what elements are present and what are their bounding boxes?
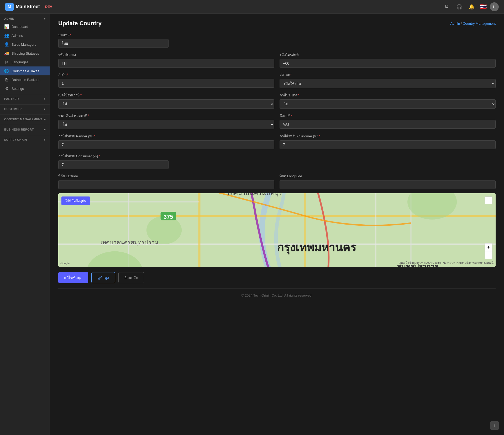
edit-button[interactable]: แก้ไขข้อมูล (58, 272, 88, 283)
country-input[interactable] (58, 39, 169, 48)
sidebar-label-settings: Settings (12, 87, 24, 91)
sidebar-item-languages[interactable]: 🏳 Languages (0, 58, 50, 66)
tax-enabled-group: เปิดใช้งานภาษี* ไม่ ใช่ (58, 92, 274, 109)
tax-enabled-select[interactable]: ไม่ ใช่ (58, 99, 274, 109)
country-code-label: รหัสประเทศ (58, 52, 274, 58)
phone-code-input[interactable] (280, 59, 496, 68)
map-svg: นครปฐม นนทบุรี เทศบาลนครปากเกร็ด เทศบาลน… (58, 193, 496, 267)
status-select[interactable]: เปิดใช้งาน ปิดใช้งาน (280, 79, 496, 88)
sidebar-partner-section[interactable]: PARTNER ▸ (0, 94, 50, 103)
form-body: ประเทศ* รหัสประเทศ รหัสโทรศัพท์ ลำดับ* (58, 32, 496, 283)
product-price-select[interactable]: ไม่ ใช่ (58, 120, 274, 129)
main-content: Update Country Admin / Country Managemen… (50, 14, 504, 435)
consumer-tax-label: ภาษีสำหรับ Consumer (%)* (58, 153, 169, 159)
sidebar-item-shipping-statuses[interactable]: 🚚 Shipping Statuses (0, 49, 50, 58)
sidebar-admin-section[interactable]: ADMIN ▾ (0, 14, 50, 22)
country-code-input[interactable] (58, 59, 274, 68)
breadcrumb: Admin / Country Management (450, 22, 496, 25)
consumer-tax-group: ภาษีสำหรับ Consumer (%)* (58, 153, 169, 169)
sidebar-item-admins[interactable]: 👥 Admins (0, 31, 50, 40)
customer-tax-input[interactable] (280, 140, 496, 149)
product-price-label: ราคาสินค้ารวมภาษี* (58, 113, 274, 118)
languages-icon: 🏳 (4, 60, 9, 64)
svg-text:เทศบาลนครสมุทรปราม: เทศบาลนครสมุทรปราม (101, 239, 158, 246)
back-button[interactable]: ย้อนกลับ (118, 272, 144, 283)
status-group: สถานะ* เปิดใช้งาน ปิดใช้งาน (280, 72, 496, 88)
country-code-group: รหัสประเทศ (58, 52, 274, 68)
breadcrumb-admin-link[interactable]: Admin (450, 22, 460, 25)
page-title: Update Country (58, 20, 102, 27)
longitude-label: พิกัด Longitude (280, 173, 496, 179)
sidebar-item-dashboard[interactable]: 📊 Dashboard (0, 22, 50, 31)
order-label: ลำดับ* (58, 72, 274, 77)
order-input[interactable] (58, 79, 274, 88)
tax-name-label: ชื่อภาษี* (280, 113, 496, 118)
tax-enabled-label: เปิดใช้งานภาษี* (58, 92, 274, 98)
chevron-down-icon: ▾ (44, 17, 46, 20)
sidebar-item-countries-taxes[interactable]: 🌐 Countries & Taxes (0, 66, 50, 75)
sidebar-supply-section[interactable]: SUPPLY CHAIN ▸ (0, 135, 50, 144)
language-flag-icon[interactable]: 🇹🇭 (480, 3, 487, 10)
map-container: นครปฐม นนทบุรี เทศบาลนครปากเกร็ด เทศบาลน… (58, 193, 496, 267)
sidebar-label-languages: Languages (12, 60, 28, 64)
sidebar-business-section[interactable]: BUSINESS REPORT ▸ (0, 125, 50, 134)
map-fullscreen-button[interactable]: ⛶ (485, 196, 492, 204)
order-group: ลำดับ* (58, 72, 274, 88)
fullscreen-icon: ⛶ (487, 198, 490, 203)
country-row: ประเทศ* (58, 32, 496, 48)
customer-tax-group: ภาษีสำหรับ Customer (%)* (280, 133, 496, 149)
country-tax-group: ภาษีประเทศ* ไม่ ใช่ (280, 92, 496, 109)
sidebar-customer-section[interactable]: CUSTOMER ▸ (0, 104, 50, 113)
headset-icon[interactable]: 🎧 (454, 2, 464, 12)
sidebar-label-dashboard: Dashboard (12, 25, 28, 29)
chevron-right-icon-business: ▸ (44, 128, 46, 131)
scroll-to-top-button[interactable]: ↑ (490, 421, 499, 430)
sidebar-label-db: Database Backups (12, 78, 40, 82)
sidebar-label-shipping: Shipping Statuses (12, 51, 39, 55)
avatar[interactable]: U (490, 2, 499, 11)
settings-icon: ⚙ (4, 86, 9, 91)
country-tax-select[interactable]: ไม่ ใช่ (280, 99, 496, 109)
footer: © 2024 Tech Origin Co. Ltd. All rights r… (58, 288, 496, 302)
phone-code-label: รหัสโทรศัพท์ (280, 52, 496, 58)
chevron-right-icon-customer: ▸ (44, 107, 46, 111)
order-status-row: ลำดับ* สถานะ* เปิดใช้งาน ปิดใช้งาน (58, 72, 496, 88)
tax-name-input[interactable] (280, 120, 496, 129)
country-tax-label: ภาษีประเทศ* (280, 92, 496, 98)
sidebar-item-sales-managers[interactable]: 👤 Sales Managers (0, 40, 50, 49)
tax-row: เปิดใช้งานภาษี* ไม่ ใช่ ภาษีประเทศ* ไม่ … (58, 92, 496, 109)
chevron-right-icon-supply: ▸ (44, 138, 46, 142)
sidebar-item-database-backups[interactable]: 🗄 Database Backups (0, 75, 50, 84)
coordinates-row: พิกัด Latitude พิกัด Longitude (58, 173, 496, 189)
view-button[interactable]: ดูข้อมูล (91, 272, 115, 283)
consumer-tax-input[interactable] (58, 160, 169, 169)
form-actions: แก้ไขข้อมูล ดูข้อมูล ย้อนกลับ (58, 272, 496, 283)
footer-text: © 2024 Tech Origin Co. Ltd. All rights r… (242, 293, 313, 297)
partner-tax-group: ภาษีสำหรับ Partner (%)* (58, 133, 274, 149)
map-zoom-in-button[interactable]: + (485, 243, 492, 251)
use-location-button[interactable]: ใช้พิกัดปัจจุบัน (61, 196, 90, 205)
longitude-group: พิกัด Longitude (280, 173, 496, 189)
country-group: ประเทศ* (58, 32, 169, 48)
phone-code-group: รหัสโทรศัพท์ (280, 52, 496, 68)
map-zoom-controls: + − (485, 243, 492, 259)
sidebar-label-countries: Countries & Taxes (12, 69, 39, 73)
admins-icon: 👥 (4, 33, 9, 38)
latitude-input[interactable] (58, 180, 274, 189)
partner-customer-tax-row: ภาษีสำหรับ Partner (%)* ภาษีสำหรับ Custo… (58, 133, 496, 149)
logo[interactable]: M MainStreet (5, 3, 40, 11)
sidebar-item-settings[interactable]: ⚙ Settings (0, 84, 50, 93)
partner-tax-input[interactable] (58, 140, 274, 149)
sidebar-content-section[interactable]: CONTENT MANAGEMENT ▸ (0, 115, 50, 124)
topnav: M MainStreet DEV 🖥 🎧 🔔 🇹🇭 U (0, 0, 504, 14)
monitor-icon[interactable]: 🖥 (442, 2, 451, 12)
sales-icon: 👤 (4, 42, 9, 47)
database-icon: 🗄 (4, 77, 9, 82)
map-zoom-out-button[interactable]: − (485, 251, 492, 259)
logo-icon: M (5, 3, 14, 11)
bell-icon[interactable]: 🔔 (467, 2, 476, 12)
partner-tax-label: ภาษีสำหรับ Partner (%)* (58, 133, 274, 139)
chevron-right-icon-content: ▸ (44, 117, 46, 121)
longitude-input[interactable] (280, 180, 496, 189)
map-inner[interactable]: นครปฐม นนทบุรี เทศบาลนครปากเกร็ด เทศบาลน… (58, 193, 496, 267)
